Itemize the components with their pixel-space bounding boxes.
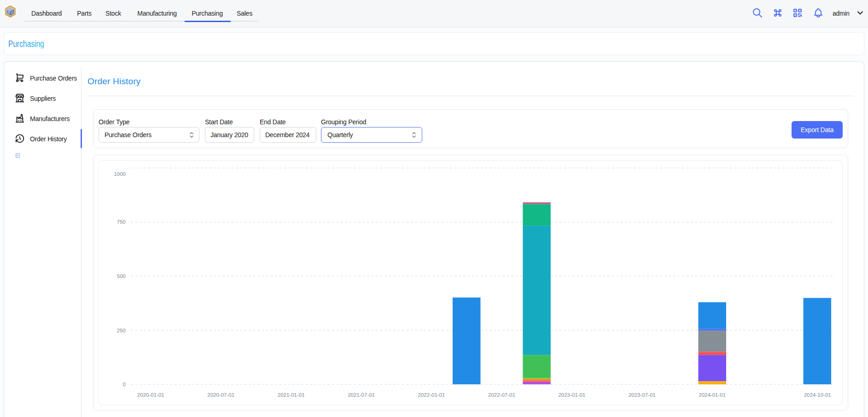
svg-text:2020-01-01: 2020-01-01 (137, 392, 164, 398)
svg-text:2021-01-01: 2021-01-01 (278, 392, 305, 398)
svg-text:2022-07-01: 2022-07-01 (488, 392, 515, 398)
svg-text:0: 0 (123, 382, 126, 387)
svg-text:1000: 1000 (114, 171, 126, 177)
svg-text:2024-01-01: 2024-01-01 (699, 392, 726, 398)
svg-text:750: 750 (117, 219, 126, 225)
svg-text:2023-07-01: 2023-07-01 (629, 392, 656, 398)
svg-text:500: 500 (117, 273, 126, 279)
svg-text:2021-07-01: 2021-07-01 (348, 392, 375, 398)
svg-text:2023-01-01: 2023-01-01 (558, 392, 585, 398)
svg-text:2022-01-01: 2022-01-01 (418, 392, 445, 398)
svg-text:250: 250 (117, 328, 126, 333)
svg-text:2024-10-01: 2024-10-01 (804, 392, 831, 398)
svg-text:2020-07-01: 2020-07-01 (207, 392, 234, 398)
